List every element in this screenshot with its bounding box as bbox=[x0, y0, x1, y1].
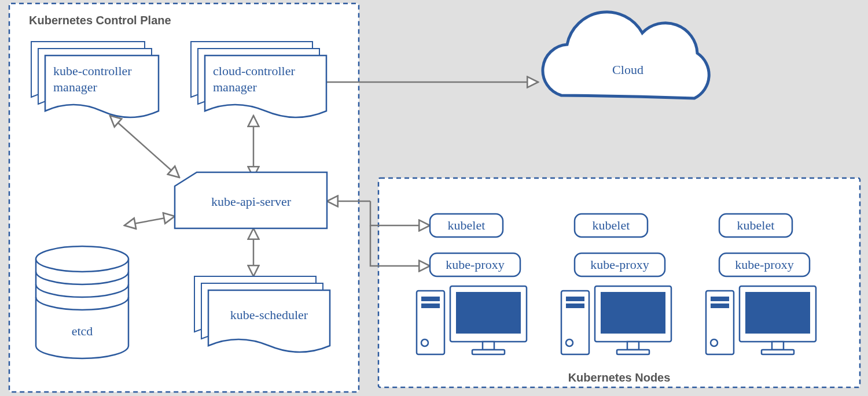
svg-rect-4 bbox=[421, 297, 440, 301]
svg-rect-12 bbox=[566, 297, 584, 301]
svg-rect-9 bbox=[483, 342, 494, 350]
svg-rect-20 bbox=[711, 297, 729, 301]
kcm-label-line2: manager bbox=[53, 80, 97, 94]
ccm-label-line1: cloud-controller bbox=[213, 64, 295, 78]
svg-rect-8 bbox=[456, 292, 521, 334]
svg-rect-18 bbox=[617, 350, 649, 354]
svg-rect-24 bbox=[745, 292, 810, 334]
kube-controller-manager-box: kube-controller manager bbox=[31, 42, 159, 117]
ccm-label-line2: manager bbox=[213, 80, 257, 94]
etcd-label: etcd bbox=[72, 324, 93, 338]
node1-kubelet-label: kubelet bbox=[448, 218, 486, 232]
node2-kubelet-label: kubelet bbox=[593, 218, 630, 232]
node3-kubeproxy-label: kube-proxy bbox=[735, 257, 793, 272]
svg-rect-26 bbox=[762, 350, 794, 354]
svg-rect-5 bbox=[421, 304, 440, 308]
svg-rect-1 bbox=[378, 178, 860, 387]
node1-kubeproxy-label: kube-proxy bbox=[446, 257, 504, 272]
kubernetes-architecture-diagram: Kubernetes Control Plane Kubernetes Node… bbox=[0, 0, 868, 396]
svg-rect-16 bbox=[601, 292, 665, 334]
kube-scheduler-label: kube-scheduler bbox=[230, 308, 308, 322]
svg-rect-10 bbox=[472, 350, 505, 354]
cloud-controller-manager-box: cloud-controller manager bbox=[191, 42, 326, 117]
svg-rect-17 bbox=[627, 342, 639, 350]
nodes-panel: Kubernetes Nodes bbox=[378, 178, 860, 387]
node2-kubeproxy-label: kube-proxy bbox=[590, 257, 649, 272]
svg-rect-21 bbox=[711, 304, 729, 308]
nodes-panel-title: Kubernetes Nodes bbox=[568, 371, 671, 384]
kube-scheduler-box: kube-scheduler bbox=[194, 276, 330, 352]
svg-rect-13 bbox=[566, 304, 584, 308]
cloud-box: Cloud bbox=[543, 12, 709, 98]
etcd-box: etcd bbox=[36, 246, 128, 358]
kcm-label-line1: kube-controller bbox=[53, 64, 132, 78]
kube-api-server-label: kube-api-server bbox=[211, 194, 292, 209]
kube-api-server-box: kube-api-server bbox=[175, 172, 327, 228]
svg-rect-25 bbox=[772, 342, 784, 350]
cloud-label: Cloud bbox=[612, 62, 643, 77]
node3-kubelet-label: kubelet bbox=[737, 218, 775, 232]
svg-point-2 bbox=[36, 246, 128, 272]
control-plane-title: Kubernetes Control Plane bbox=[29, 14, 171, 27]
